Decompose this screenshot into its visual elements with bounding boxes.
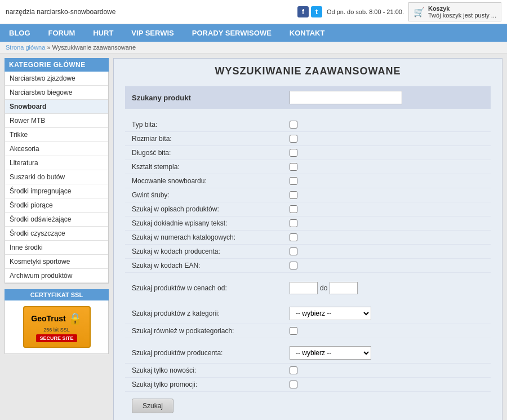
- szukaj-kodach-prod-row: Szukaj w kodach producenta:: [125, 245, 491, 259]
- dlugosc-bita-checkbox[interactable]: [290, 149, 297, 157]
- geo-logo-text: GeoTrust: [31, 314, 65, 323]
- nav-porady[interactable]: PORADY SERWISOWE: [183, 24, 281, 42]
- sidebar-item-archiwum[interactable]: Archiwum produktów: [5, 269, 108, 283]
- price-to-input[interactable]: [330, 282, 358, 294]
- breadcrumb-current: Wyszukiwanie zaawansowane: [52, 44, 136, 51]
- szukaj-opisach-row: Szukaj w opisach produktów:: [125, 202, 491, 216]
- szukaj-dokladnie-checkbox[interactable]: [290, 219, 297, 227]
- sidebar-item-narciarstwo-biegowe[interactable]: Narciarstwo biegowe: [5, 86, 108, 100]
- cart-box[interactable]: 🛒 Koszyk Twój koszyk jest pusty ...: [408, 2, 501, 21]
- szukaj-numerach-label: Szukaj w numerach katalogowych:: [132, 233, 290, 241]
- sidebar-menu: Narciarstwo zjazdowe Narciarstwo biegowe…: [5, 72, 109, 284]
- ksztalt-stempla-checkbox[interactable]: [290, 163, 297, 171]
- nav-hurt[interactable]: HURT: [84, 24, 122, 42]
- price-do-label: do: [320, 284, 327, 292]
- price-row: Szukaj produktów w cenach od: do: [125, 277, 491, 299]
- facebook-icon[interactable]: f: [297, 6, 309, 17]
- sidebar-item-piorace[interactable]: Środki piorące: [5, 198, 108, 213]
- szukaj-dokladnie-label: Szukaj dokładnie wpisany tekst:: [132, 219, 290, 227]
- price-label: Szukaj produktów w cenach od:: [132, 284, 290, 292]
- sidebar-item-rower-mtb[interactable]: Rower MTB: [5, 114, 108, 128]
- sidebar-item-kosmetyki[interactable]: Kosmetyki sportowe: [5, 255, 108, 269]
- sidebar-item-czyszczace[interactable]: Środki czyszczące: [5, 227, 108, 241]
- sidebar-item-trikke[interactable]: Trikke: [5, 128, 108, 142]
- sidebar-item-narciarstwo-zjazdowe[interactable]: Narciarstwo zjazdowe: [5, 72, 108, 86]
- producer-label: Szukaj produktów producenta:: [132, 349, 290, 357]
- szukaj-numerach-checkbox[interactable]: [290, 233, 297, 241]
- hours-text: Od pn. do sob. 8:00 - 21:00.: [327, 8, 404, 15]
- promo-only-row: Szukaj tylko promocji:: [125, 378, 491, 392]
- szukaj-ean-row: Szukaj w kodach EAN:: [125, 259, 491, 273]
- submit-row: Szukaj: [125, 392, 491, 413]
- geotrust-badge: GeoTrust 🔒 256 bit SSL SECURE SITE: [23, 306, 91, 348]
- mocowanie-snowboard-row: Mocowanie snowboardu:: [125, 174, 491, 188]
- sidebar: KATEGORIE GŁÓWNE Narciarstwo zjazdowe Na…: [5, 58, 109, 420]
- new-only-checkbox[interactable]: [290, 366, 297, 374]
- sidebar-item-snowboard[interactable]: Snowboard: [5, 100, 108, 114]
- sidebar-item-suszarki[interactable]: Suszarki do butów: [5, 170, 108, 184]
- logo-text: narzędzia narciarsko-snowboardowe: [6, 8, 115, 16]
- dlugosc-bita-label: Długość bita:: [132, 149, 290, 157]
- gwint-sruby-row: Gwint śruby:: [125, 188, 491, 202]
- top-right-area: f t Od pn. do sob. 8:00 - 21:00. 🛒 Koszy…: [297, 2, 501, 21]
- nav-blog[interactable]: BLOG: [0, 24, 39, 42]
- new-only-label: Szukaj tylko nowości:: [132, 366, 290, 374]
- typ-bita-row: Typ bita:: [125, 118, 491, 132]
- ssl-title: CERTYFIKAT SSL: [5, 289, 109, 300]
- typ-bita-checkbox[interactable]: [290, 121, 297, 129]
- ksztalt-stempla-label: Kształt stempla:: [132, 163, 290, 171]
- rozmiar-bita-label: Rozmiar bita:: [132, 135, 290, 143]
- sidebar-item-inne[interactable]: Inne środki: [5, 241, 108, 255]
- nav-forum[interactable]: FORUM: [39, 24, 84, 42]
- geo-bits-text: 256 bit SSL: [43, 327, 70, 333]
- szukaj-kodach-prod-checkbox[interactable]: [290, 247, 297, 255]
- search-button[interactable]: Szukaj: [132, 399, 174, 413]
- cart-text: Twój koszyk jest pusty ...: [428, 12, 496, 19]
- social-icons: f t: [297, 6, 322, 17]
- rozmiar-bita-checkbox[interactable]: [290, 135, 297, 143]
- producer-row: Szukaj produktów producenta: -- wybierz …: [125, 343, 491, 364]
- rozmiar-bita-row: Rozmiar bita:: [125, 132, 491, 146]
- mocowanie-snowboard-label: Mocowanie snowboardu:: [132, 177, 290, 185]
- szukaj-numerach-row: Szukaj w numerach katalogowych:: [125, 231, 491, 245]
- producer-select[interactable]: -- wybierz --: [290, 346, 371, 360]
- szukaj-ean-checkbox[interactable]: [290, 262, 297, 269]
- szukaj-opisach-label: Szukaj w opisach produktów:: [132, 205, 290, 213]
- cart-title: Koszyk: [428, 5, 496, 12]
- sidebar-item-akcesoria[interactable]: Akcesoria: [5, 142, 108, 156]
- szukaj-opisach-checkbox[interactable]: [290, 205, 297, 213]
- price-from-input[interactable]: [290, 282, 318, 294]
- breadcrumb-home[interactable]: Strona główna: [6, 44, 45, 51]
- category-label: Szukaj produktów z kategorii:: [132, 310, 290, 317]
- mocowanie-snowboard-checkbox[interactable]: [290, 177, 297, 185]
- promo-only-checkbox[interactable]: [290, 381, 297, 388]
- category-select[interactable]: -- wybierz --: [290, 307, 371, 320]
- szukaj-kodach-prod-label: Szukaj w kodach producenta:: [132, 247, 290, 255]
- subcategory-checkbox[interactable]: [290, 327, 297, 335]
- szukaj-ean-label: Szukaj w kodach EAN:: [132, 262, 290, 269]
- product-input[interactable]: [290, 91, 402, 104]
- nav-vip[interactable]: VIP SERWIS: [122, 24, 183, 42]
- price-inputs: do: [290, 282, 358, 294]
- cart-info: Koszyk Twój koszyk jest pusty ...: [428, 5, 496, 19]
- szukaj-dokladnie-row: Szukaj dokładnie wpisany tekst:: [125, 216, 491, 231]
- sidebar-item-odswiezajace[interactable]: Środki odświeżające: [5, 213, 108, 227]
- sidebar-item-impregnujace[interactable]: Środki impregnujące: [5, 184, 108, 198]
- main-nav: BLOG FORUM HURT VIP SERWIS PORADY SERWIS…: [0, 24, 507, 42]
- page-title: WYSZUKIWANIE ZAAWANSOWANE: [125, 65, 491, 77]
- new-only-row: Szukaj tylko nowości:: [125, 364, 491, 378]
- twitter-icon[interactable]: t: [311, 6, 322, 17]
- dlugosc-bita-row: Długość bita:: [125, 146, 491, 160]
- subcategory-label: Szukaj również w podkategoriach:: [132, 327, 290, 335]
- product-label: Szukany produkt: [132, 94, 290, 102]
- gwint-sruby-checkbox[interactable]: [290, 191, 297, 199]
- breadcrumb-separator: »: [47, 44, 50, 51]
- lock-icon: 🔒: [68, 312, 82, 325]
- geo-secure-text: SECURE SITE: [36, 334, 77, 342]
- sidebar-item-literatura[interactable]: Literatura: [5, 156, 108, 170]
- top-bar: narzędzia narciarsko-snowboardowe f t Od…: [0, 0, 507, 24]
- nav-kontakt[interactable]: KONTAKT: [281, 24, 334, 42]
- typ-bita-label: Typ bita:: [132, 121, 290, 129]
- gwint-sruby-label: Gwint śruby:: [132, 191, 290, 199]
- ksztalt-stempla-row: Kształt stempla:: [125, 160, 491, 174]
